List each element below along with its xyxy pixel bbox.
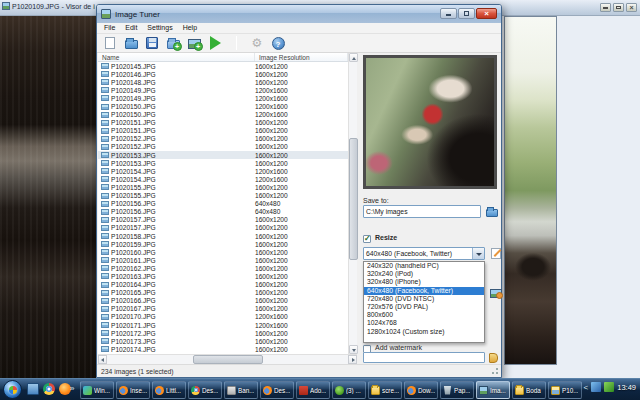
file-row[interactable]: P1020159.JPG 1600x1200 bbox=[98, 240, 348, 248]
resize-combobox[interactable]: 640x480 (Facebook, Twitter) bbox=[363, 247, 485, 260]
file-row[interactable]: P1020151.JPG 1600x1200 bbox=[98, 119, 348, 127]
resize-option[interactable]: 1024x768 bbox=[364, 319, 484, 327]
file-row[interactable]: P1020150.JPG 1200x1600 bbox=[98, 102, 348, 110]
quick-launch-icon[interactable] bbox=[27, 383, 39, 395]
resize-option[interactable]: 720x480 (DVD NTSC) bbox=[364, 295, 484, 303]
toolbar-button[interactable] bbox=[102, 35, 118, 51]
toolbar-button[interactable] bbox=[249, 35, 265, 51]
resize-grip[interactable] bbox=[490, 366, 499, 375]
file-row[interactable]: P1020149.JPG 1200x1600 bbox=[98, 86, 348, 94]
file-row[interactable]: P1020171.JPG 1200x1600 bbox=[98, 321, 348, 329]
vertical-scrollbar[interactable] bbox=[348, 53, 357, 354]
toolbar-button[interactable] bbox=[186, 35, 202, 51]
tray-icon-green[interactable] bbox=[604, 382, 614, 392]
menu-item[interactable]: Edit bbox=[120, 23, 142, 33]
close-button[interactable]: × bbox=[476, 8, 497, 19]
watermark-tag-button[interactable] bbox=[487, 352, 499, 363]
taskbar-window-button[interactable]: Des... bbox=[260, 381, 294, 399]
file-row[interactable]: P1020148.JPG 1600x1200 bbox=[98, 78, 348, 86]
file-row[interactable]: P1020173.JPG 1600x1200 bbox=[98, 337, 348, 345]
file-row[interactable]: P1020154.JPG 1200x1600 bbox=[98, 175, 348, 183]
taskbar-window-button[interactable]: Dow... bbox=[404, 381, 438, 399]
taskbar-window-button[interactable]: P10... bbox=[548, 381, 582, 399]
file-row[interactable]: P1020164.JPG 1600x1200 bbox=[98, 281, 348, 289]
file-row[interactable]: P1020157.JPG 1600x1200 bbox=[98, 216, 348, 224]
resize-option[interactable]: 800x600 bbox=[364, 311, 484, 319]
file-row[interactable]: P1020170.JPG 1200x1600 bbox=[98, 313, 348, 321]
file-row[interactable]: P1020145.JPG 1600x1200 bbox=[98, 62, 348, 70]
edit-sizes-button[interactable] bbox=[489, 247, 502, 260]
file-row[interactable]: P1020163.JPG 1600x1200 bbox=[98, 272, 348, 280]
maximize-button[interactable] bbox=[458, 8, 475, 19]
resize-option[interactable]: 640x480 (Facebook, Twitter) bbox=[364, 287, 484, 295]
scroll-right-button[interactable] bbox=[348, 355, 357, 364]
resize-option[interactable]: 1280x1024 (Custom size) bbox=[364, 328, 484, 336]
vertical-scroll-thumb[interactable] bbox=[349, 138, 358, 260]
resize-option[interactable]: 240x320 (handheld PC) bbox=[364, 262, 484, 270]
column-header-resolution[interactable]: Image Resolution bbox=[255, 53, 348, 61]
file-row[interactable]: P1020150.JPG 1200x1600 bbox=[98, 111, 348, 119]
taskbar-window-button[interactable]: scre... bbox=[368, 381, 402, 399]
toolbar-button[interactable] bbox=[228, 35, 244, 51]
taskbar-window-button[interactable]: Des... bbox=[188, 381, 222, 399]
file-row[interactable]: P1020155.JPG 1600x1200 bbox=[98, 183, 348, 191]
save-to-input[interactable]: C:\My images bbox=[363, 205, 481, 218]
tray-collapse-chevron[interactable]: < bbox=[584, 383, 589, 392]
menu-item[interactable]: Help bbox=[178, 23, 202, 33]
file-row[interactable]: P1020161.JPG 1600x1200 bbox=[98, 256, 348, 264]
file-row[interactable]: P1020152.JPG 1600x1200 bbox=[98, 135, 348, 143]
menu-item[interactable]: File bbox=[99, 23, 120, 33]
viewer-minimize-button[interactable] bbox=[600, 3, 611, 12]
taskbar-window-button[interactable]: (3) ... bbox=[332, 381, 366, 399]
scroll-down-button[interactable] bbox=[349, 345, 358, 354]
resize-checkbox[interactable] bbox=[363, 235, 371, 243]
tray-icon-blue[interactable] bbox=[591, 382, 601, 392]
combobox-dropdown-arrow[interactable] bbox=[472, 248, 484, 259]
resize-option[interactable]: 320x480 (iPhone) bbox=[364, 278, 484, 286]
taskbar-window-button[interactable]: Boda bbox=[512, 381, 546, 399]
file-row[interactable]: P1020162.JPG 1600x1200 bbox=[98, 264, 348, 272]
taskbar-window-button[interactable]: Inse... bbox=[116, 381, 150, 399]
taskbar-window-button[interactable]: Ado... bbox=[296, 381, 330, 399]
toolbar-button[interactable] bbox=[207, 35, 223, 51]
viewer-restore-button[interactable] bbox=[613, 3, 624, 12]
start-button[interactable] bbox=[3, 380, 22, 399]
toolbar-button[interactable] bbox=[165, 35, 181, 51]
file-row[interactable]: P1020153.JPG 1600x1200 bbox=[98, 159, 348, 167]
file-row[interactable]: P1020166.JPG 1600x1200 bbox=[98, 297, 348, 305]
browse-folder-button[interactable] bbox=[485, 205, 499, 218]
file-row[interactable]: P1020154.JPG 1200x1600 bbox=[98, 167, 348, 175]
file-row[interactable]: P1020160.JPG 1600x1200 bbox=[98, 248, 348, 256]
menu-item[interactable]: Settings bbox=[142, 23, 177, 33]
file-row[interactable]: P1020156.JPG 640x480 bbox=[98, 200, 348, 208]
horizontal-scrollbar[interactable] bbox=[98, 354, 357, 364]
resize-settings-button[interactable] bbox=[489, 287, 502, 299]
file-row[interactable]: P1020151.JPG 1600x1200 bbox=[98, 127, 348, 135]
file-row[interactable]: P1020149.JPG 1200x1600 bbox=[98, 94, 348, 102]
quick-launch-icon[interactable] bbox=[43, 383, 55, 395]
resize-option[interactable]: 320x240 (iPod) bbox=[364, 270, 484, 278]
file-row[interactable]: P1020146.JPG 1600x1200 bbox=[98, 70, 348, 78]
resize-option[interactable]: 720x576 (DVD PAL) bbox=[364, 303, 484, 311]
minimize-button[interactable] bbox=[440, 8, 457, 19]
taskbar-window-button[interactable]: Pap... bbox=[440, 381, 474, 399]
file-row[interactable]: P1020157.JPG 1600x1200 bbox=[98, 224, 348, 232]
taskbar-window-button[interactable]: Ban... bbox=[224, 381, 258, 399]
scroll-left-button[interactable] bbox=[98, 355, 107, 364]
quick-launch-overflow-chevron[interactable]: » bbox=[70, 384, 74, 393]
file-row[interactable]: P1020165.JPG 1600x1200 bbox=[98, 289, 348, 297]
taskbar-window-button[interactable]: Littl... bbox=[152, 381, 186, 399]
file-row[interactable]: P1020167.JPG 1600x1200 bbox=[98, 305, 348, 313]
taskbar-window-button[interactable]: Ima... bbox=[476, 381, 510, 399]
image-tuner-titlebar[interactable]: Image Tuner × bbox=[97, 5, 501, 23]
file-row[interactable]: P1020158.JPG 1600x1200 bbox=[98, 232, 348, 240]
file-row[interactable]: P1020153.JPG 1600x1200 bbox=[98, 151, 348, 159]
toolbar-button[interactable] bbox=[123, 35, 139, 51]
toolbar-button[interactable] bbox=[270, 35, 286, 51]
file-row[interactable]: P1020174.JPG 1600x1200 bbox=[98, 345, 348, 353]
scroll-up-button[interactable] bbox=[349, 53, 358, 62]
file-row[interactable]: P1020156.JPG 640x480 bbox=[98, 208, 348, 216]
column-header-name[interactable]: Name bbox=[98, 53, 255, 61]
horizontal-scroll-thumb[interactable] bbox=[193, 355, 263, 364]
file-row[interactable]: P1020155.JPG 1600x1200 bbox=[98, 192, 348, 200]
